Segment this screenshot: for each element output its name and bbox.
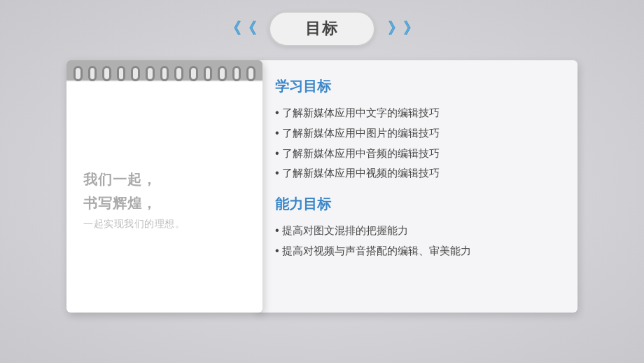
ring (218, 66, 227, 81)
ring (146, 66, 155, 81)
learning-list: 了解新媒体应用中文字的编辑技巧 了解新媒体应用中图片的编辑技巧 了解新媒体应用中… (275, 103, 558, 184)
list-item: 提高对图文混排的把握能力 (275, 221, 558, 241)
capability-title: 能力目标 (275, 195, 558, 214)
notebook-line2: 书写辉煌， (83, 191, 246, 215)
ring (246, 66, 255, 81)
prev-arrow[interactable]: 《《 (225, 18, 256, 39)
ring (189, 66, 198, 81)
ring (232, 66, 241, 81)
list-item: 了解新媒体应用中视频的编辑技巧 (275, 163, 558, 184)
notebook-body: 我们一起， 书写辉煌， 一起实现我们的理想。 (66, 81, 262, 313)
list-item: 了解新媒体应用中音频的编辑技巧 (275, 144, 558, 164)
ring (88, 66, 97, 81)
content-area: 我们一起， 书写辉煌， 一起实现我们的理想。 学习目标 了解新媒体应用中文字的编… (0, 60, 644, 313)
info-card: 学习目标 了解新媒体应用中文字的编辑技巧 了解新媒体应用中图片的编辑技巧 了解新… (255, 60, 578, 313)
notebook-rings (66, 60, 262, 81)
list-item: 了解新媒体应用中图片的编辑技巧 (275, 123, 558, 144)
notebook-card: 我们一起， 书写辉煌， 一起实现我们的理想。 (66, 60, 262, 313)
ring (160, 66, 169, 81)
capability-list: 提高对图文混排的把握能力 提高对视频与声音搭配的编辑、审美能力 (275, 221, 558, 261)
page-title: 目标 (269, 11, 375, 46)
notebook-line3: 一起实现我们的理想。 (83, 218, 246, 231)
list-item: 了解新媒体应用中文字的编辑技巧 (275, 103, 558, 123)
ring (74, 66, 83, 81)
learning-title: 学习目标 (275, 77, 558, 96)
ring (117, 66, 126, 81)
list-item: 提高对视频与声音搭配的编辑、审美能力 (275, 241, 558, 261)
notebook-line1: 我们一起， (83, 167, 246, 191)
ring (131, 66, 140, 81)
ring (174, 66, 183, 81)
ring (102, 66, 111, 81)
ring (204, 66, 213, 81)
header: 《《 目标 》》 (0, 11, 644, 46)
next-arrow[interactable]: 》》 (388, 18, 419, 39)
